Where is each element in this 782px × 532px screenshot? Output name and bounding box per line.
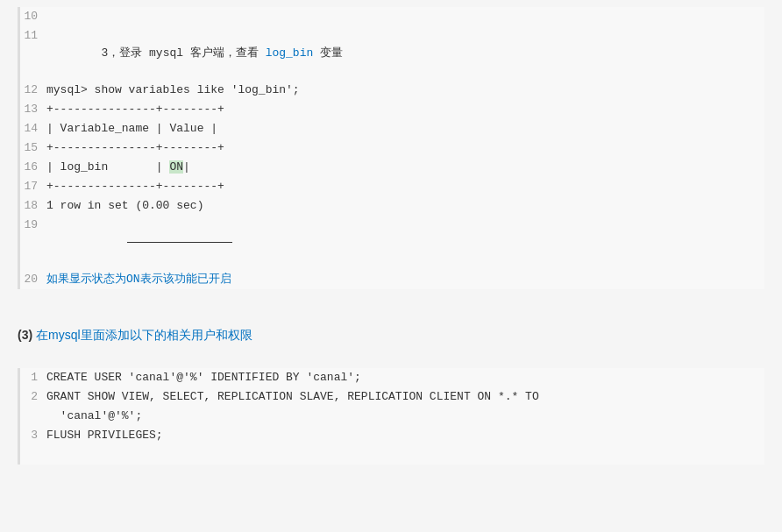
line-num-18: 18: [20, 197, 46, 215]
code-line-18: 18 1 row in set (0.00 sec): [20, 196, 764, 216]
line-content-17: +---------------+--------+: [46, 178, 224, 195]
line-content2-2: GRANT SHOW VIEW, SELECT, REPLICATION SLA…: [46, 388, 539, 406]
text-end-11: 变量: [313, 46, 343, 60]
line-num-pad: .: [20, 446, 46, 464]
line-content-14: | Variable_name | Value |: [46, 120, 217, 138]
code-line-11: 11 3，登录 mysql 客户端，查看 log_bin 变量: [20, 26, 764, 81]
section-number: (3): [18, 328, 32, 342]
second-code-block: 1 CREATE USER 'canal'@'%' IDENTIFIED BY …: [18, 368, 764, 465]
code-line2-2b: 2 'canal'@'%';: [20, 407, 764, 426]
code-line-15: 15 +---------------+--------+: [20, 138, 764, 158]
code-line-12: 12 mysql> show variables like 'log_bin';: [20, 81, 764, 100]
line-num2-1: 1: [20, 369, 46, 387]
line-num-14: 14: [20, 120, 46, 138]
code-line2-2: 2 GRANT SHOW VIEW, SELECT, REPLICATION S…: [20, 387, 764, 407]
line-content2-1: CREATE USER 'canal'@'%' IDENTIFIED BY 'c…: [46, 369, 361, 387]
line-num-11: 11: [20, 27, 46, 45]
code-line-10: 10: [20, 7, 764, 26]
line-num2-3: 3: [20, 427, 46, 444]
text-chinese-11: 3，登录 mysql 客户端，查看: [101, 46, 265, 60]
code-line-20: 20 如果显示状态为ON表示该功能已开启: [20, 270, 764, 289]
line-content-16: | log_bin | ON|: [46, 159, 190, 176]
line-content-20: 如果显示状态为ON表示该功能已开启: [46, 271, 231, 288]
line-num-15: 15: [20, 139, 46, 157]
line-num-10: 10: [20, 8, 46, 25]
line-content-12: mysql> show variables like 'log_bin';: [46, 82, 300, 99]
page-container: 10 11 3，登录 mysql 客户端，查看 log_bin 变量 12 my…: [0, 7, 782, 498]
line-content-15: +---------------+--------+: [46, 139, 224, 157]
line-num-13: 13: [20, 101, 46, 118]
code-line-17: 17 +---------------+--------+: [20, 177, 764, 196]
text-logbin-11: log_bin: [266, 46, 314, 60]
separator-line: [127, 242, 232, 243]
code-line-19: 19: [20, 216, 764, 270]
code-bottom-pad: .: [20, 445, 764, 465]
spacer-1: [0, 296, 782, 314]
code-line-16: 16 | log_bin | ON|: [20, 158, 764, 177]
line-num2-2b: 2: [20, 408, 46, 425]
line-num-20: 20: [20, 271, 46, 288]
section-3-heading: (3) 在mysql里面添加以下的相关用户和权限: [0, 314, 782, 354]
line-content-13: +---------------+--------+: [46, 101, 224, 118]
first-code-block: 10 11 3，登录 mysql 客户端，查看 log_bin 变量 12 my…: [18, 7, 764, 289]
line-content-18: 1 row in set (0.00 sec): [46, 197, 203, 215]
line-num-12: 12: [20, 82, 46, 99]
spacer-2: [0, 354, 782, 361]
line-num2-2: 2: [20, 388, 46, 406]
line-content2-2b: 'canal'@'%';: [46, 408, 142, 425]
line-content-19: [46, 216, 232, 269]
line-content-11: 3，登录 mysql 客户端，查看 log_bin 变量: [46, 27, 343, 80]
line-num-16: 16: [20, 159, 46, 176]
code-line-14: 14 | Variable_name | Value |: [20, 119, 764, 138]
line-num-19: 19: [20, 216, 46, 234]
section-heading-text: 在mysql里面添加以下的相关用户和权限: [36, 328, 252, 342]
code-line-13: 13 +---------------+--------+: [20, 100, 764, 119]
line-num-17: 17: [20, 178, 46, 195]
line-content2-3: FLUSH PRIVILEGES;: [46, 427, 163, 444]
on-highlight: ON: [169, 160, 183, 174]
code-line2-1: 1 CREATE USER 'canal'@'%' IDENTIFIED BY …: [20, 368, 764, 387]
bottom-spacer: [0, 472, 782, 498]
code-line2-3: 3 FLUSH PRIVILEGES;: [20, 426, 764, 445]
